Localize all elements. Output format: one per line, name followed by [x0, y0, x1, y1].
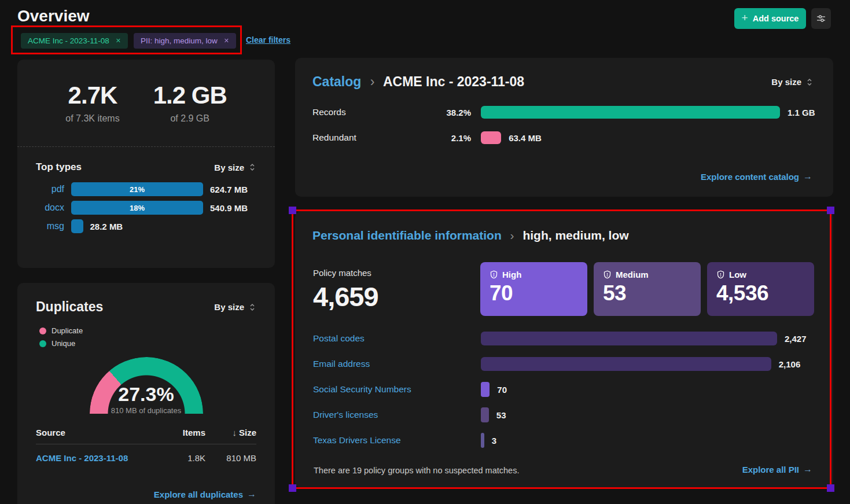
top-type-row: msg 28.2 MB	[17, 219, 275, 233]
usage-card: 2.7K of 7.3K items 1.2 GB of 2.9 GB Top …	[17, 60, 275, 268]
pii-breadcrumb: Personal identifiable information › high…	[295, 211, 833, 242]
severity-card-medium[interactable]: Medium 53	[594, 262, 701, 316]
type-docx-link[interactable]: docx	[17, 203, 71, 213]
policy-matches-value: 4,659	[313, 281, 378, 312]
type-msg-link[interactable]: msg	[17, 221, 71, 231]
explore-label: Explore all PII	[742, 465, 799, 474]
filter-chip-pii[interactable]: PII: high, medium, low ✕	[134, 33, 236, 49]
unique-legend-dot	[39, 340, 46, 347]
chip-close-icon[interactable]: ✕	[116, 37, 121, 45]
policy-matches: Policy matches 4,659	[313, 268, 378, 312]
catalog-sort-by-size[interactable]: By size	[771, 77, 812, 87]
records-row: Records 38.2% 1.1 GB	[312, 106, 833, 119]
top-type-row: docx 18% 540.9 MB	[17, 201, 275, 215]
records-pct: 38.2%	[439, 108, 471, 117]
pii-card: Personal identifiable information › high…	[295, 211, 833, 488]
explore-all-pii-link[interactable]: Explore all PII →	[742, 464, 812, 474]
sort-label: By size	[214, 302, 244, 312]
chip-label: PII: high, medium, low	[141, 36, 218, 45]
size-cell: 810 MB	[205, 453, 256, 463]
msg-size: 28.2 MB	[90, 222, 123, 231]
page-title: Overview	[17, 7, 90, 25]
sliders-icon	[816, 14, 826, 23]
size-sub: of 2.9 GB	[153, 113, 227, 124]
duplicate-legend-dot	[39, 328, 46, 334]
table-row: ACME Inc - 2023-11-08 1.8K 810 MB	[36, 444, 256, 463]
chip-close-icon[interactable]: ✕	[224, 37, 229, 45]
explore-label: Explore all duplicates	[154, 490, 243, 499]
email-address-link[interactable]: Email address	[313, 359, 481, 369]
annotation-handle	[289, 484, 296, 492]
sort-icon	[807, 78, 812, 86]
sort-label: By size	[771, 77, 801, 87]
pii-link[interactable]: Personal identifiable information	[312, 229, 502, 242]
severity-cards: High 70 Medium 53 Low 4,536	[480, 262, 814, 316]
records-bar	[481, 106, 780, 119]
ssn-bar	[481, 382, 490, 397]
catalog-current: ACME Inc - 2023-11-08	[383, 74, 524, 89]
pii-row-texas-drivers-license: Texas Drivers License 3	[313, 433, 807, 448]
gauge-legend: Duplicate Unique	[17, 325, 275, 348]
ssn-link[interactable]: Social Security Numbers	[313, 384, 481, 395]
severity-label: Low	[729, 270, 746, 279]
pdf-bar-pct: 21%	[130, 185, 145, 194]
breadcrumb-separator: ›	[370, 74, 375, 89]
items-cell: 1.8K	[162, 453, 205, 463]
usage-stats: 2.7K of 7.3K items 1.2 GB of 2.9 GB	[17, 60, 275, 124]
col-source-header[interactable]: Source	[36, 428, 162, 437]
redundant-row: Redundant 2.1% 63.4 MB	[312, 131, 833, 144]
items-sub: of 7.3K items	[65, 113, 119, 124]
overview-page: Overview ACME Inc - 2023-11-08 ✕ PII: hi…	[0, 0, 850, 504]
unique-legend-label: Unique	[51, 339, 75, 348]
texas-drivers-license-value: 3	[492, 436, 496, 446]
filter-settings-button[interactable]	[811, 8, 831, 29]
size-stat: 1.2 GB of 2.9 GB	[153, 82, 227, 124]
drivers-licenses-link[interactable]: Driver's licenses	[313, 410, 481, 420]
filter-chips: ACME Inc - 2023-11-08 ✕ PII: high, mediu…	[21, 33, 236, 49]
top-types-sort-by-size[interactable]: By size	[214, 163, 255, 172]
col-size-header[interactable]: ↓Size	[205, 428, 256, 437]
severity-label: High	[502, 270, 521, 279]
explore-label: Explore content catalog	[701, 172, 799, 182]
severity-value: 70	[490, 281, 578, 306]
severity-card-high[interactable]: High 70	[480, 262, 587, 316]
add-source-button[interactable]: + Add source	[734, 8, 806, 29]
catalog-link[interactable]: Catalog	[312, 74, 361, 89]
pii-row-ssn: Social Security Numbers 70	[313, 382, 807, 397]
shield-icon	[716, 270, 725, 279]
severity-card-low[interactable]: Low 4,536	[707, 262, 814, 316]
size-value: 1.2 GB	[153, 82, 227, 109]
add-source-label: Add source	[753, 14, 799, 23]
pdf-bar: 21%	[71, 182, 203, 196]
explore-content-catalog-link[interactable]: Explore content catalog →	[701, 171, 812, 182]
ssn-value: 70	[497, 385, 507, 395]
sort-icon	[249, 303, 255, 311]
postal-codes-link[interactable]: Postal codes	[313, 333, 481, 344]
type-pdf-link[interactable]: pdf	[17, 184, 71, 194]
pii-footnote: There are 19 policy groups with no suspe…	[314, 466, 519, 475]
postal-codes-bar	[481, 332, 777, 345]
duplicate-legend-label: Duplicate	[51, 326, 83, 335]
col-items-header[interactable]: Items	[162, 428, 205, 437]
drivers-licenses-bar	[481, 407, 489, 422]
texas-drivers-license-bar	[481, 433, 484, 448]
filter-chip-source[interactable]: ACME Inc - 2023-11-08 ✕	[21, 33, 128, 49]
redundant-label: Redundant	[312, 133, 439, 143]
duplicates-card: Duplicates By size Duplicate Unique 27.3…	[17, 283, 275, 504]
chip-label: ACME Inc - 2023-11-08	[28, 36, 109, 45]
size-header-label: Size	[239, 428, 256, 437]
pii-bar-chart: Postal codes 2,427 Email address 2,106 S…	[313, 331, 807, 458]
sort-desc-icon: ↓	[232, 428, 237, 437]
texas-drivers-license-link[interactable]: Texas Drivers License	[313, 435, 481, 446]
source-link[interactable]: ACME Inc - 2023-11-08	[36, 453, 162, 463]
docx-bar: 18%	[71, 201, 203, 215]
items-value: 2.7K	[65, 82, 119, 109]
explore-all-duplicates-link[interactable]: Explore all duplicates →	[154, 489, 256, 499]
redundant-bar	[481, 131, 501, 144]
arrow-right-icon: →	[803, 464, 812, 474]
catalog-card: Catalog › ACME Inc - 2023-11-08 By size …	[295, 58, 833, 197]
gauge-percentage: 27.3%	[90, 383, 203, 406]
clear-filters-link[interactable]: Clear filters	[246, 35, 290, 45]
pdf-size: 624.7 MB	[210, 185, 248, 194]
duplicates-sort-by-size[interactable]: By size	[214, 302, 255, 312]
